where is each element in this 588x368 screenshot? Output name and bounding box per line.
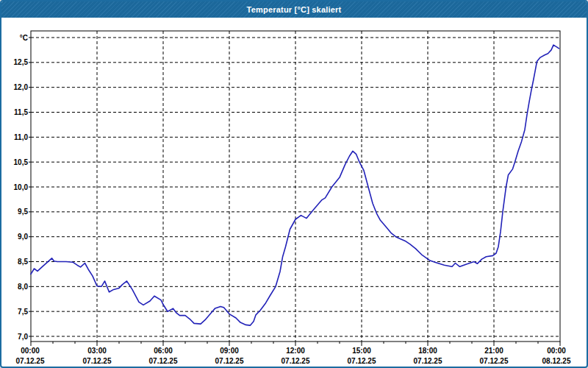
chart-window: Temperatur [°C] skaliert °C12,512,011,51… [0, 0, 588, 368]
svg-text:03:00: 03:00 [87, 347, 107, 355]
svg-text:00:00: 00:00 [547, 347, 566, 355]
y-axis-labels: °C12,512,011,511,010,510,09,59,08,58,07,… [14, 34, 29, 341]
gridlines [31, 31, 560, 342]
svg-text:08.12.25: 08.12.25 [542, 357, 571, 365]
svg-text:11,5: 11,5 [14, 108, 28, 116]
svg-text:11,0: 11,0 [14, 133, 28, 141]
svg-text:07.12.25: 07.12.25 [414, 357, 442, 365]
svg-text:8,0: 8,0 [18, 283, 28, 291]
axis-ticks [29, 38, 560, 346]
svg-text:21:00: 21:00 [484, 347, 503, 355]
svg-text:07.12.25: 07.12.25 [215, 357, 244, 365]
svg-text:07.12.25: 07.12.25 [149, 357, 178, 365]
chart-canvas: °C12,512,011,511,010,510,09,59,08,58,07,… [1, 1, 588, 368]
svg-text:07.12.25: 07.12.25 [16, 357, 45, 365]
svg-text:09:00: 09:00 [220, 347, 239, 355]
svg-text:°C: °C [20, 34, 28, 42]
svg-text:07.12.25: 07.12.25 [480, 357, 509, 365]
svg-text:9,0: 9,0 [18, 233, 28, 241]
svg-text:12,5: 12,5 [14, 58, 29, 66]
svg-text:10,5: 10,5 [14, 158, 29, 166]
svg-text:8,5: 8,5 [18, 258, 28, 266]
svg-text:07.12.25: 07.12.25 [348, 357, 376, 365]
x-axis-labels: 00:0007.12.2503:0007.12.2506:0007.12.250… [16, 347, 571, 365]
svg-text:15:00: 15:00 [352, 347, 371, 355]
svg-text:07.12.25: 07.12.25 [83, 357, 112, 365]
svg-text:7,5: 7,5 [18, 308, 28, 316]
svg-text:10,0: 10,0 [14, 183, 29, 191]
svg-text:12,0: 12,0 [14, 83, 29, 91]
svg-text:7,0: 7,0 [18, 333, 28, 341]
svg-text:00:00: 00:00 [21, 347, 40, 355]
svg-text:18:00: 18:00 [418, 347, 437, 355]
svg-text:06:00: 06:00 [154, 347, 173, 355]
svg-text:07.12.25: 07.12.25 [282, 357, 310, 365]
svg-text:12:00: 12:00 [286, 347, 305, 355]
svg-text:9,5: 9,5 [18, 208, 28, 216]
